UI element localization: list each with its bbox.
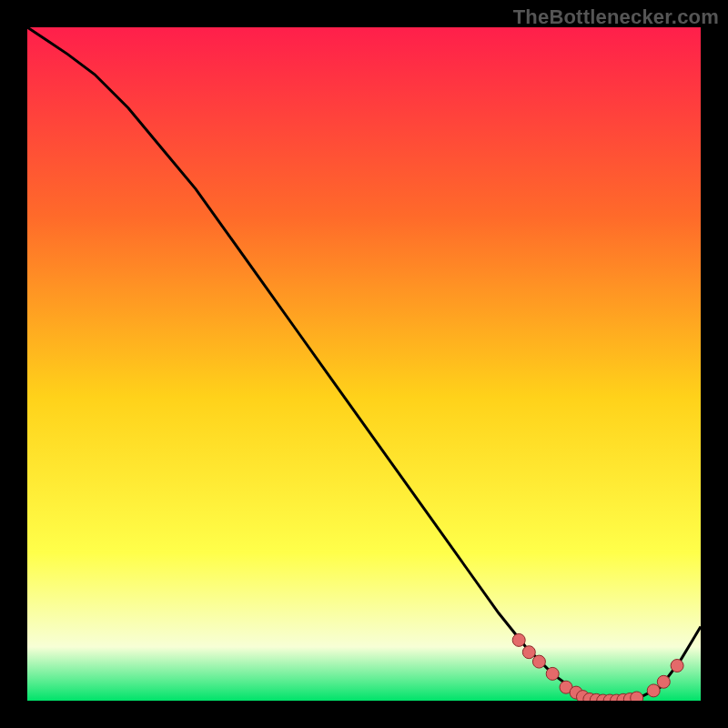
curve-marker	[631, 692, 643, 701]
curve-marker	[647, 684, 660, 697]
curve-marker	[657, 675, 670, 688]
chart-svg	[27, 27, 701, 701]
curve-marker	[546, 667, 559, 680]
chart-frame: TheBottlenecker.com	[0, 0, 728, 728]
watermark-text: TheBottlenecker.com	[513, 5, 719, 29]
gradient-background	[27, 27, 701, 701]
curve-marker	[671, 660, 683, 672]
curve-marker	[522, 646, 535, 659]
curve-marker	[532, 655, 545, 668]
curve-marker	[512, 633, 525, 646]
chart-plot-area	[27, 27, 701, 701]
